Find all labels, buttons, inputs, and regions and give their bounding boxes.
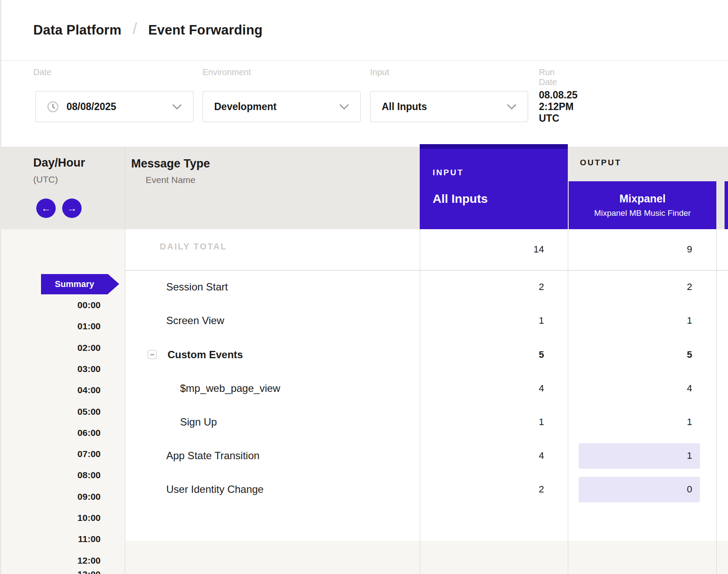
column-divider (568, 229, 568, 574)
event-output-count: 5 (568, 349, 692, 360)
column-divider (125, 147, 125, 574)
date-filter-label: Date (33, 67, 51, 77)
breadcrumb: Data Platform / Event Forwarding (0, 0, 728, 61)
hour-label-00[interactable]: 00:00 (0, 300, 101, 311)
previous-day-button[interactable]: ← (36, 199, 56, 218)
event-group-name: Custom Events (168, 349, 243, 361)
summary-label: Summary (55, 279, 94, 289)
input-column-header: INPUT All Inputs (420, 144, 568, 229)
event-output-count: 0 (568, 484, 692, 495)
event-row-name: Screen View (166, 315, 224, 327)
summary-row-badge[interactable]: Summary (41, 274, 108, 294)
chevron-down-icon (172, 104, 182, 110)
hour-label-04[interactable]: 04:00 (0, 385, 101, 396)
daily-total-output-value: 9 (568, 244, 692, 255)
event-row-name: $mp_web_page_view (180, 382, 280, 394)
output-group-label: OUTPUT (580, 158, 621, 167)
connection-subtitle: Mixpanel MB Music Finder (594, 208, 691, 218)
event-output-count: 1 (568, 315, 692, 326)
input-group-label: INPUT (433, 168, 464, 177)
hour-label-02[interactable]: 02:00 (0, 342, 101, 353)
event-input-count: 2 (420, 281, 544, 293)
environment-filter-label: Environment (203, 67, 251, 77)
hour-label-05[interactable]: 05:00 (0, 406, 101, 417)
next-output-column-partial (725, 181, 728, 229)
event-forwarding-page: Data Platform / Event Forwarding Date 08… (0, 0, 728, 574)
run-date-label: Run Date (539, 67, 557, 87)
environment-value: Development (214, 101, 276, 113)
next-day-button[interactable]: → (62, 199, 82, 218)
output-column-header-mixpanel: Mixpanel Mixpanel MB Music Finder (569, 181, 716, 229)
event-output-count: 1 (568, 416, 692, 428)
breadcrumb-separator: / (133, 20, 137, 38)
hour-label-08[interactable]: 08:00 (0, 470, 101, 481)
empty-rows-area (125, 541, 728, 574)
column-divider (420, 229, 420, 574)
event-input-count: 1 (420, 416, 544, 428)
daily-total-label: DAILY TOTAL (160, 242, 227, 252)
connection-name: Mixpanel (620, 192, 666, 205)
daily-total-input-value: 14 (420, 244, 544, 255)
input-value: All Inputs (382, 101, 427, 113)
hour-label-10[interactable]: 10:00 (0, 512, 101, 524)
event-input-count: 5 (420, 349, 544, 360)
arrow-left-icon: ← (41, 203, 51, 213)
event-row-name: App State Transition (166, 450, 260, 462)
input-filter-label: Input (370, 67, 389, 77)
collapse-toggle-icon[interactable] (148, 350, 157, 359)
input-dropdown[interactable]: All Inputs (370, 91, 528, 122)
event-row-name: Sign Up (180, 416, 217, 428)
event-row-name: User Identity Change (166, 483, 263, 495)
event-output-count: 2 (568, 281, 692, 293)
event-input-count: 1 (420, 315, 544, 326)
day-navigation: ← → (36, 199, 82, 218)
message-type-column-header: Message Type Event Name (130, 157, 212, 185)
chevron-down-icon (507, 104, 516, 110)
arrow-right-icon: → (67, 203, 77, 213)
hour-label-06[interactable]: 06:00 (0, 427, 101, 438)
event-input-count: 4 (420, 450, 544, 461)
hour-label-01[interactable]: 01:00 (0, 321, 101, 332)
event-input-count: 4 (420, 383, 544, 394)
window-left-edge (0, 0, 1, 574)
column-divider (716, 229, 717, 574)
event-row-name: Session Start (166, 281, 228, 293)
filter-bar: Date 08/08/2025 Environment Development (0, 61, 728, 147)
date-dropdown[interactable]: 08/08/2025 (35, 91, 193, 122)
event-output-count: 4 (568, 383, 692, 394)
day-hour-column-title: Day/Hour (33, 156, 85, 170)
day-hour-column-subtitle: (UTC) (33, 174, 58, 185)
hour-label-09[interactable]: 09:00 (0, 491, 101, 502)
message-type-title: Message Type (130, 157, 212, 170)
input-column-name: All Inputs (433, 192, 488, 206)
date-value: 08/08/2025 (66, 101, 116, 113)
daily-total-divider (125, 270, 728, 271)
minus-icon (150, 354, 154, 355)
message-type-subtitle: Event Name (130, 175, 212, 185)
event-input-count: 2 (420, 484, 544, 495)
clock-icon (47, 101, 59, 113)
event-output-count: 1 (568, 450, 692, 461)
hour-label-12[interactable]: 12:00 (0, 555, 101, 566)
chevron-down-icon (339, 104, 349, 110)
hour-label-13[interactable]: 13:00 (0, 569, 101, 574)
hour-label-03[interactable]: 03:00 (0, 363, 101, 375)
breadcrumb-section[interactable]: Data Platform (33, 22, 121, 38)
page-title: Event Forwarding (148, 22, 263, 38)
environment-dropdown[interactable]: Development (203, 91, 361, 122)
hour-label-07[interactable]: 07:00 (0, 448, 101, 460)
hour-label-11[interactable]: 11:00 (0, 533, 101, 545)
run-date-value: 08.08.25 2:12PM UTC (539, 91, 578, 122)
